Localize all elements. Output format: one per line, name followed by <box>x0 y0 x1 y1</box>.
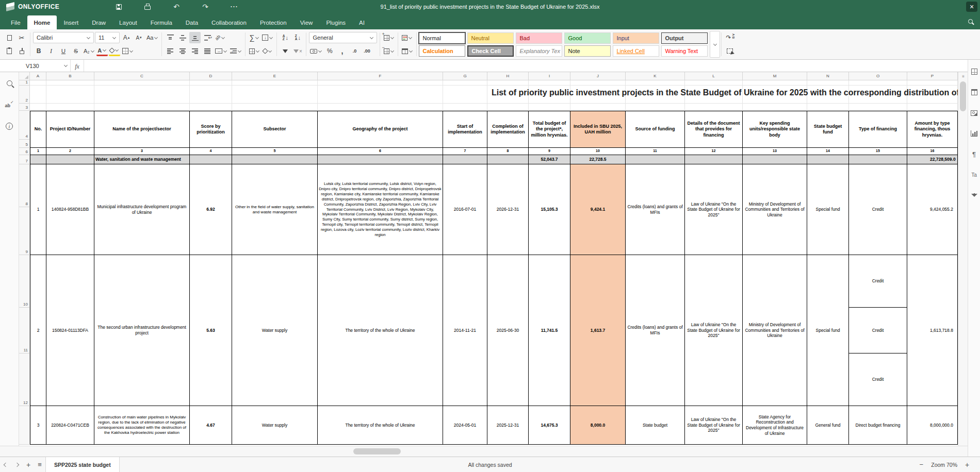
cell-p3-start[interactable]: 2024-05-01 <box>443 406 487 445</box>
indent-button[interactable] <box>229 45 242 57</box>
undo-button[interactable] <box>171 2 182 12</box>
named-ranges-button[interactable] <box>248 45 260 57</box>
subtotal-empty-cell[interactable] <box>626 155 685 164</box>
underline-button[interactable] <box>58 45 69 57</box>
empty-cell[interactable] <box>46 104 94 111</box>
row-header-1[interactable]: 1 <box>19 80 30 86</box>
image-settings-button[interactable] <box>970 108 979 117</box>
align-left-button[interactable] <box>165 45 176 57</box>
comma-style-button[interactable] <box>336 45 348 57</box>
empty-cell[interactable] <box>94 86 190 104</box>
empty-cell[interactable] <box>46 86 94 104</box>
empty-cell[interactable] <box>907 104 958 111</box>
cell-style-linked-cell[interactable]: Linked Cell <box>613 45 659 57</box>
empty-cell[interactable] <box>807 104 849 111</box>
cell-p2-subsector[interactable]: Water supply <box>232 255 318 406</box>
empty-cell[interactable] <box>232 104 318 111</box>
column-header-d[interactable]: D <box>190 72 232 80</box>
cell-p3-financing-type[interactable]: Direct budget financing <box>849 406 907 445</box>
clear-button[interactable] <box>262 45 273 57</box>
cell-p2-geography[interactable]: The territory of the whole of Ukraine <box>318 255 443 406</box>
empty-cell[interactable] <box>30 80 46 86</box>
empty-cell[interactable] <box>743 86 807 104</box>
cell-p1-fund[interactable]: Special fund <box>807 164 849 255</box>
wrap-text-button[interactable] <box>202 32 213 43</box>
horizontal-scrollbar[interactable] <box>0 446 968 457</box>
style-gallery-more-button[interactable] <box>710 31 720 58</box>
table-settings-button[interactable] <box>970 88 979 97</box>
cell-style-good[interactable]: Good <box>564 32 611 44</box>
hdr-financing-type[interactable]: Type of financing <box>849 111 907 148</box>
cell-p2-document[interactable]: Law of Ukraine "On the State Budget of U… <box>685 255 743 406</box>
row-header-2[interactable]: 2 <box>19 86 30 104</box>
align-right-button[interactable] <box>189 45 201 57</box>
select-range-button[interactable] <box>724 45 736 57</box>
column-header-i[interactable]: I <box>529 72 570 80</box>
cell-p2-amount[interactable]: 1,613,718.8 <box>907 255 958 406</box>
empty-cell[interactable] <box>570 104 626 111</box>
zoom-out-button[interactable] <box>916 459 927 470</box>
cell-p3-id[interactable]: 220824-C0471CEB <box>46 406 94 445</box>
cell-style-bad[interactable]: Bad <box>516 32 562 44</box>
cell-p1-name[interactable]: Municipal infrastructure development pro… <box>94 164 190 255</box>
cell-p2-spending-unit[interactable]: Ministry of Development of Communities a… <box>743 255 807 406</box>
horizontal-scrollbar-thumb[interactable] <box>353 448 401 454</box>
tab-draw[interactable]: Draw <box>85 15 112 29</box>
cell-p3-sbu[interactable]: 8,000.0 <box>570 406 626 445</box>
cell-p3-geography[interactable]: The territory of the whole of Ukraine <box>318 406 443 445</box>
tab-formula[interactable]: Formula <box>144 15 179 29</box>
colnum-16[interactable]: 16 <box>907 148 958 155</box>
cell-p1-geography[interactable]: Lutsk city, Lutsk territorial community,… <box>318 164 443 255</box>
cell-p2-id[interactable]: 150824-01113DFA <box>46 255 94 406</box>
cell-p1-total-budget[interactable]: 15,105.3 <box>529 164 570 255</box>
cell-p3-total-budget[interactable]: 14,675.3 <box>529 406 570 445</box>
orientation-button[interactable] <box>214 32 226 43</box>
row-header-3[interactable]: 3 <box>19 104 30 111</box>
subtotal-empty-cell[interactable] <box>443 155 487 164</box>
align-top-button[interactable] <box>165 32 176 43</box>
select-all-corner[interactable] <box>19 72 30 80</box>
cell-p3-name[interactable]: Construction of main water pipelines in … <box>94 406 190 445</box>
name-box[interactable]: V130 <box>23 60 71 72</box>
scrollbar-settings-icon[interactable] <box>960 73 967 80</box>
hdr-fund[interactable]: State budget fund <box>807 111 849 148</box>
empty-cell[interactable] <box>487 86 529 104</box>
tab-plugins[interactable]: Plugins <box>319 15 352 29</box>
cell-p3-subsector[interactable]: Water supply <box>232 406 318 445</box>
align-bottom-button[interactable] <box>189 32 201 43</box>
tab-layout[interactable]: Layout <box>112 15 144 29</box>
cell-p1-start[interactable]: 2016-07-01 <box>443 164 487 255</box>
column-header-g[interactable]: G <box>443 72 487 80</box>
colnum-2[interactable]: 2 <box>46 148 94 155</box>
search-button[interactable] <box>965 15 976 27</box>
cell-p1-id[interactable]: 140824-958D81BB <box>46 164 94 255</box>
cell-style-warning-text[interactable]: Warning Text <box>661 45 708 57</box>
empty-cell[interactable] <box>190 86 232 104</box>
cell-p2-sbu[interactable]: 1,613.7 <box>570 255 626 406</box>
subtotal-amount-cell[interactable]: 22,728,509.0 <box>907 155 958 164</box>
empty-cell[interactable] <box>685 104 743 111</box>
subtotal-empty-cell[interactable] <box>743 155 807 164</box>
sheet-list-button[interactable] <box>34 459 45 470</box>
text-art-settings-button[interactable] <box>970 170 979 179</box>
colnum-5[interactable]: 5 <box>232 148 318 155</box>
vertical-scrollbar[interactable] <box>958 72 968 446</box>
column-header-l[interactable]: L <box>685 72 743 80</box>
row-header-13[interactable] <box>19 406 30 445</box>
subtotal-empty-cell[interactable] <box>318 155 443 164</box>
row-header-11[interactable]: 11 <box>19 308 30 353</box>
subtotal-empty-cell[interactable] <box>232 155 318 164</box>
font-color-button[interactable] <box>96 46 108 56</box>
cell-style-output[interactable]: Output <box>661 32 708 44</box>
cell-p2-financing-type-3[interactable]: Credit <box>849 353 907 406</box>
paste-button[interactable] <box>4 45 15 57</box>
cell-p3-amount[interactable]: 8,000,000.0 <box>907 406 958 445</box>
cell-p2-fund[interactable]: Special fund <box>807 255 849 406</box>
cell-p3-no[interactable]: 3 <box>30 406 46 445</box>
colnum-11[interactable]: 11 <box>626 148 685 155</box>
hdr-sbu[interactable]: Included in SBU 2025, UAH million <box>570 111 626 148</box>
insert-function-button[interactable] <box>71 60 84 72</box>
strikethrough-button[interactable] <box>70 45 81 57</box>
empty-cell[interactable] <box>318 104 443 111</box>
cell-p1-source[interactable]: Credits (loans) and grants of MFIs <box>626 164 685 255</box>
